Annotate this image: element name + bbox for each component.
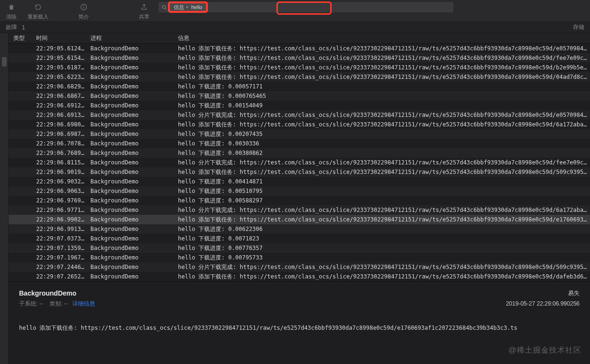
cell-process: BackgroundDemo (88, 93, 175, 99)
cell-time: 22:29:05.612408 (33, 45, 88, 52)
cell-message: hello 下载进度: 0.0071823 (175, 235, 590, 243)
table-row[interactable]: 22:29:05.622364BackgroundDemohello 添加下载任… (9, 72, 590, 82)
col-process[interactable]: 进程 (88, 34, 175, 42)
cell-process: BackgroundDemo (88, 131, 175, 137)
cell-message: hello 下载进度: 0.000765465 (175, 92, 590, 100)
cell-process: BackgroundDemo (88, 178, 175, 185)
table-row[interactable]: 22:29:06.991361BackgroundDemohello 下载进度:… (9, 224, 590, 234)
cell-process: BackgroundDemo (88, 64, 175, 71)
cell-time: 22:29:05.615487 (33, 55, 88, 61)
table-row[interactable]: 22:29:06.976920BackgroundDemohello 下载进度:… (9, 196, 590, 205)
reload-button[interactable] (30, 2, 46, 12)
reload-icon (34, 3, 42, 11)
cell-message: hello 分片下载完成: https://test.com/class_ocs… (175, 206, 590, 214)
cell-process: BackgroundDemo (88, 45, 175, 52)
cell-process: BackgroundDemo (88, 207, 175, 213)
save-button[interactable]: 存储 (573, 23, 584, 31)
share-button[interactable] (137, 2, 152, 12)
table-row[interactable]: 22:29:07.265220BackgroundDemohello 添加下载任… (9, 272, 590, 281)
table-row[interactable]: 22:29:07.037376BackgroundDemohello 下载进度:… (9, 234, 590, 243)
cell-message: hello 添加下载任务: https://test.com/class_ocs… (175, 73, 590, 81)
cell-time: 22:29:06.811539 (33, 159, 88, 166)
table-row[interactable]: 22:29:06.977103BackgroundDemohello 分片下载完… (9, 205, 590, 215)
cell-process: BackgroundDemo (88, 150, 175, 156)
search-field[interactable]: 信息 ▾ hello (158, 2, 453, 12)
table-row[interactable]: 22:29:06.990256BackgroundDemohello 添加下载任… (9, 215, 590, 224)
info-button[interactable] (76, 2, 91, 12)
detail-timestamp: 2019-05-27 22:29:06.990256 (506, 300, 580, 307)
col-message[interactable]: 信息 (175, 34, 590, 42)
cell-time: 22:29:06.698086 (33, 121, 88, 128)
table-row[interactable]: 22:29:06.691373BackgroundDemohello 分片下载完… (9, 110, 590, 120)
detail-category-label: 类别: (49, 300, 62, 307)
cell-process: BackgroundDemo (88, 188, 175, 194)
col-time[interactable]: 时间 (33, 34, 88, 42)
search-filter-token[interactable]: 信息 ▾ hello (168, 2, 207, 12)
cell-time: 22:29:05.622364 (33, 74, 88, 80)
reload-label: 重新载入 (28, 13, 49, 20)
table-row[interactable]: 22:29:06.901955BackgroundDemohello 添加下载任… (9, 167, 590, 177)
cell-message: hello 分片下载完成: https://test.com/class_ocs… (175, 111, 590, 119)
cell-message: hello 添加下载任务: https://test.com/class_ocs… (175, 54, 590, 62)
table-header: 类型 时间 进程 信息 (9, 33, 590, 44)
cell-time: 22:29:07.037376 (33, 235, 88, 242)
clear-button[interactable] (4, 2, 19, 12)
detail-subsystem-label: 子系统: (19, 300, 38, 307)
table-row[interactable]: 22:29:06.686729BackgroundDemohello 下载进度:… (9, 91, 590, 101)
sidebar (0, 33, 9, 364)
table-row[interactable]: 22:29:07.135923BackgroundDemohello 下载进度:… (9, 243, 590, 253)
table-row[interactable]: 22:29:07.196767BackgroundDemohello 下载进度:… (9, 253, 590, 262)
table-row[interactable]: 22:29:06.906352BackgroundDemohello 下载进度:… (9, 186, 590, 196)
cell-message: hello 添加下载任务: https://test.com/class_ocs… (175, 273, 590, 281)
filter-value: hello (191, 4, 202, 10)
cell-process: BackgroundDemo (88, 121, 175, 128)
detail-message: hello 添加下载任务: https://test.com/class_ocs… (19, 324, 580, 332)
cell-message: hello 下载进度: 0.00622306 (175, 225, 590, 233)
cell-message: hello 下载进度: 0.00510795 (175, 187, 590, 195)
cell-time: 22:29:05.618787 (33, 64, 88, 71)
cell-time: 22:29:06.691255 (33, 102, 88, 109)
cell-message: hello 下载进度: 0.00207435 (175, 130, 590, 138)
cell-process: BackgroundDemo (88, 235, 175, 242)
table-row[interactable]: 22:29:06.698086BackgroundDemohello 添加下载任… (9, 120, 590, 129)
cell-process: BackgroundDemo (88, 140, 175, 147)
table-row[interactable]: 22:29:06.903291BackgroundDemohello 下载进度:… (9, 177, 590, 186)
cell-time: 22:29:07.265220 (33, 273, 88, 280)
breadcrumb-bar: 故障 1 存储 (0, 22, 590, 33)
detail-subsystem-value: -- (39, 300, 43, 307)
table-row[interactable]: 22:29:06.698767BackgroundDemohello 下载进度:… (9, 129, 590, 139)
table-row[interactable]: 22:29:07.244607BackgroundDemohello 分片下载完… (9, 262, 590, 272)
detail-pane: BackgroundDemo 子系统: -- 类别: -- 详细信息 易失 20… (9, 281, 590, 364)
sidebar-handle[interactable] (2, 57, 7, 67)
cell-message: hello 下载进度: 0.00380862 (175, 149, 590, 157)
table-row[interactable]: 22:29:05.612408BackgroundDemohello 添加下载任… (9, 44, 590, 53)
table-row[interactable]: 22:29:06.768987BackgroundDemohello 下载进度:… (9, 148, 590, 158)
table-row[interactable]: 22:29:06.682945BackgroundDemohello 下载进度:… (9, 82, 590, 91)
cell-message: hello 下载进度: 0.00795733 (175, 254, 590, 262)
cell-time: 22:29:06.691373 (33, 112, 88, 118)
chevron-down-icon: ▾ (186, 5, 188, 10)
col-type[interactable]: 类型 (10, 34, 33, 42)
detail-more-link[interactable]: 详细信息 (72, 300, 95, 307)
cell-message: hello 分片下载完成: https://test.com/class_ocs… (175, 263, 590, 271)
crumb-device[interactable]: 故障 (6, 23, 17, 31)
table-row[interactable]: 22:29:06.707893BackgroundDemohello 下载进度:… (9, 139, 590, 148)
filter-type: 信息 (174, 4, 184, 11)
cell-message: hello 下载进度: 0.00154049 (175, 102, 590, 110)
cell-message: hello 分片下载完成: https://test.com/class_ocs… (175, 159, 590, 167)
table-row[interactable]: 22:29:06.691255BackgroundDemohello 下载进度:… (9, 101, 590, 110)
cell-time: 22:29:07.244607 (33, 264, 88, 270)
cell-process: BackgroundDemo (88, 102, 175, 109)
cell-process: BackgroundDemo (88, 264, 175, 270)
cell-message: hello 添加下载任务: https://test.com/class_ocs… (175, 121, 590, 129)
table-row[interactable]: 22:29:05.615487BackgroundDemohello 添加下载任… (9, 53, 590, 63)
table-row[interactable]: 22:29:06.811539BackgroundDemohello 分片下载完… (9, 158, 590, 167)
search-icon (161, 4, 167, 10)
clear-label: 清除 (6, 13, 17, 20)
cell-message: hello 下载进度: 0.00414871 (175, 178, 590, 186)
cell-time: 22:29:06.990256 (33, 216, 88, 223)
toolbar: 清除 重新载入 简介 共享 信息 ▾ h (0, 0, 590, 22)
table-row[interactable]: 22:29:05.618787BackgroundDemohello 添加下载任… (9, 63, 590, 72)
cell-time: 22:29:06.901955 (33, 169, 88, 175)
cell-message: hello 下载进度: 0.00588297 (175, 197, 590, 205)
